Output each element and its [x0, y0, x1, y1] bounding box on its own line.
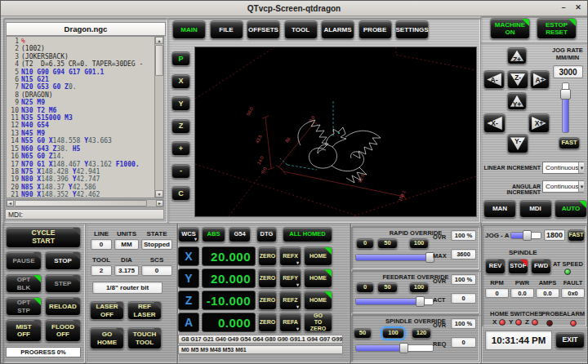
cycle-start-button[interactable]: CYCLE START — [6, 227, 81, 248]
touch-tool-button[interactable]: TOUCH TOOL — [127, 327, 162, 349]
tab-main[interactable]: MAIN — [172, 20, 206, 39]
vertical-scroll-thumb[interactable] — [155, 45, 163, 76]
gcode-line[interactable]: 21N90 X148.352 Y42.462 — [7, 191, 154, 198]
pause-button[interactable]: PAUSE — [6, 251, 42, 270]
spindle-override-preset-50[interactable]: 50 — [354, 328, 372, 339]
zero-a-button[interactable]: ZERO — [258, 313, 277, 332]
home-y-button[interactable]: HOME — [304, 269, 332, 288]
view-button-y[interactable]: Y — [172, 96, 190, 111]
gcode-line[interactable]: 1% — [7, 38, 154, 45]
gcode-line[interactable]: 17N70 G1 X148.467 Y43.162 F1000. — [7, 161, 154, 168]
tab-alarms[interactable]: ALARMS — [321, 20, 354, 39]
view-button-x[interactable]: X — [172, 74, 190, 89]
g54-button[interactable]: G54 — [229, 227, 251, 242]
gcode-line[interactable]: 14N55 G0 X148.558 Y43.663 — [7, 137, 154, 144]
spindle-fwd-button[interactable]: FWD — [531, 259, 551, 274]
feedrate-override-slider[interactable] — [355, 298, 434, 305]
jog-button-a-[interactable]: A- — [483, 70, 505, 89]
jog-a-fast-button[interactable]: FAST — [568, 229, 585, 242]
gcode-line[interactable]: 2(1002) — [7, 45, 154, 52]
optional-stop-button[interactable]: OPT STP — [6, 297, 42, 316]
mist-button[interactable]: MIST OFF — [6, 319, 42, 342]
feedrate-override-preset-50[interactable]: 50 — [377, 282, 398, 293]
machine-on-button[interactable]: MACHINE ON — [490, 18, 530, 39]
gcode-line[interactable]: 15N60 G43 Z38. H5 — [7, 145, 154, 153]
horizontal-scroll-thumb[interactable] — [15, 200, 147, 206]
linear-increment-select[interactable]: Continuous ▼ — [542, 162, 584, 174]
rapid-override-slider[interactable] — [355, 254, 434, 261]
wcs-button[interactable]: WCS — [178, 227, 199, 242]
jog-button-z+[interactable]: Z+ — [507, 47, 527, 64]
gcode-line[interactable]: 3(JOKERSBACK) — [7, 53, 154, 60]
gcode-line[interactable]: 12N40 G54 — [7, 122, 154, 129]
gcode-line[interactable]: 9N25 M9 — [7, 99, 154, 106]
flood-button[interactable]: FLOOD OFF — [45, 319, 81, 342]
tab-file[interactable]: FILE — [210, 20, 243, 39]
spindle-override-preset-100[interactable]: 100 — [382, 328, 404, 339]
jog-button-z-[interactable]: Z- — [507, 70, 528, 89]
gcode-line[interactable]: 18N75 X148.428 Y42.941 — [7, 168, 154, 175]
vertical-scrollbar[interactable]: ▲ ▼ — [154, 36, 164, 198]
jog-button-y-[interactable]: Y- — [507, 134, 528, 153]
jog-button-x+[interactable]: X+ — [528, 113, 550, 133]
mdi-input[interactable]: MDI: — [5, 209, 164, 220]
jog-rate-slider-knob[interactable] — [560, 89, 571, 100]
ref-y-button[interactable]: REFY — [279, 269, 301, 288]
jog-button-y+[interactable]: Y+ — [507, 92, 527, 110]
tab-tool[interactable]: TOOL — [284, 20, 318, 39]
rapid-override-preset-0[interactable]: 0 — [356, 238, 374, 249]
laser-button[interactable]: LASER OFF — [90, 301, 124, 320]
reload-button[interactable]: RELOAD — [45, 297, 81, 316]
gcode-line[interactable]: 13N45 M9 — [7, 130, 154, 137]
step-button[interactable]: STEP — [45, 274, 81, 293]
gcode-line[interactable]: 19N80 X148.396 Y42.747 — [7, 175, 154, 183]
jog-button-x-[interactable]: X- — [483, 113, 506, 133]
spindle-override-slider[interactable] — [355, 344, 434, 352]
estop-reset-button[interactable]: ESTOP RESET — [537, 18, 577, 39]
goto-zero-a-button[interactable]: GO TO ZERO — [304, 313, 332, 332]
feedrate-override-preset-100[interactable]: 100 — [409, 282, 429, 293]
horizontal-scrollbar[interactable]: ◄ ► — [6, 199, 164, 207]
zero-x-button[interactable]: ZERO — [258, 246, 277, 266]
jog-button-a+[interactable]: A+ — [530, 70, 550, 89]
scroll-up-icon[interactable]: ▲ — [155, 37, 163, 44]
jog-rate-value[interactable]: 3000 — [553, 65, 583, 78]
gcode-line[interactable]: 7N20 G53 G0 Z0. — [7, 83, 154, 91]
jog-rate-slider[interactable] — [562, 82, 569, 133]
gcode-line[interactable]: 11N35 S15000 M3 — [7, 114, 154, 122]
gcode-line[interactable]: 6N15 G21 — [7, 76, 154, 83]
spindle-stop-button[interactable]: STOP — [508, 259, 528, 274]
spindle-override-slider-knob[interactable] — [399, 343, 408, 353]
gcode-line[interactable]: 10N30 T2 M6 — [7, 107, 154, 114]
angular-increment-select[interactable]: Continuous ▼ — [542, 180, 584, 193]
chevron-down-icon[interactable]: ▼ — [578, 181, 584, 192]
jog-a-slider[interactable] — [510, 232, 541, 239]
gcode-list[interactable]: 1%2(1002)3(JOKERSBACK)4(T2 D=6.35 CR=0. … — [6, 36, 154, 198]
zero-z-button[interactable]: ZERO — [258, 291, 277, 310]
jog-fast-button[interactable]: FAST — [559, 137, 580, 149]
tab-probe[interactable]: PROBE — [359, 20, 392, 39]
spindle-override-preset-120[interactable]: 120 — [412, 328, 431, 339]
view-button--[interactable]: - — [172, 164, 190, 179]
feedrate-override-slider-knob[interactable] — [416, 296, 425, 307]
preview-canvas[interactable]: 58.0 43.5 14.0 0.0 86 0.0 82.9 158.1 — [194, 47, 477, 217]
chevron-down-icon[interactable]: ▼ — [578, 162, 584, 173]
minimize-button[interactable]: – — [558, 2, 569, 13]
scroll-left-icon[interactable]: ◄ — [7, 200, 14, 206]
ref-laser-button[interactable]: REF LASER — [127, 301, 162, 320]
abs-button[interactable]: ABS — [202, 227, 225, 242]
gcode-line[interactable]: 8(DRAGON) — [7, 91, 154, 99]
gcode-line[interactable]: 4(T2 D=6.35 CR=0. TAPER=30DEG - — [7, 60, 154, 68]
spindle-rev-button[interactable]: REV — [485, 259, 506, 274]
jog-a-slider-knob[interactable] — [523, 230, 532, 241]
mode-button-mdi[interactable]: MDI — [519, 200, 552, 218]
dtg-button[interactable]: DTG — [256, 227, 277, 242]
optional-block-button[interactable]: OPT BLK — [6, 274, 42, 293]
go-home-button[interactable]: GO HOME — [90, 327, 124, 349]
gcode-line[interactable]: 5N10 G90 G94 G17 G91.1 — [7, 69, 154, 76]
close-button[interactable]: ✕ — [572, 2, 584, 13]
stop-button[interactable]: STOP — [45, 251, 81, 270]
view-button-p[interactable]: P — [172, 51, 190, 66]
home-z-button[interactable]: HOME — [304, 291, 332, 310]
mode-button-auto[interactable]: AUTO — [555, 200, 587, 218]
